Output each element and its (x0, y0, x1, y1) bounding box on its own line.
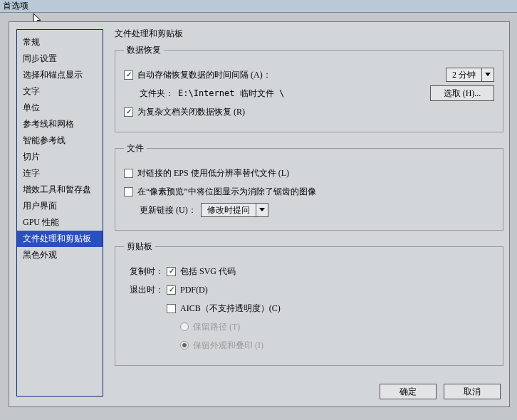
page-title: 文件处理和剪贴板 (115, 28, 503, 40)
sidebar-item-general[interactable]: 常规 (17, 34, 103, 51)
clipboard-legend: 剪贴板 (124, 241, 155, 253)
sidebar-item-units[interactable]: 单位 (17, 100, 103, 116)
auto-save-label: 自动存储恢复数据的时间间隔 (A)： (137, 69, 271, 81)
aicb-label: AICB（不支持透明度）(C) (180, 303, 281, 315)
sidebar-item-smart-guides[interactable]: 智能参考线 (17, 132, 103, 149)
dialog-footer: 确定 取消 (380, 384, 501, 399)
cancel-button[interactable]: 取消 (444, 384, 501, 399)
titlebar: 首选项 (0, 0, 517, 13)
sidebar-item-hyphenation[interactable]: 连字 (17, 165, 103, 182)
sidebar-item-ui[interactable]: 用户界面 (17, 198, 103, 214)
sidebar: 常规 同步设置 选择和锚点显示 文字 单位 参考线和网格 智能参考线 切片 连字… (16, 29, 103, 397)
pdf-checkbox[interactable] (167, 285, 176, 295)
auto-save-checkbox[interactable] (124, 70, 133, 80)
sidebar-item-sync[interactable]: 同步设置 (17, 51, 103, 67)
sidebar-item-type[interactable]: 文字 (17, 83, 103, 100)
interval-select[interactable]: 2 分钟 (446, 68, 494, 82)
keep-path-radio (180, 322, 189, 331)
pixel-preview-label: 在“像素预览”中将位图显示为消除了锯齿的图像 (137, 186, 316, 198)
complex-doc-checkbox[interactable] (124, 107, 133, 117)
sidebar-item-black-appearance[interactable]: 黑色外观 (17, 247, 103, 263)
pdf-label: PDF(D) (180, 285, 208, 295)
recovery-legend: 数据恢复 (124, 44, 164, 56)
choose-folder-button[interactable]: 选取 (H)... (430, 85, 494, 101)
update-links-value: 修改时提问 (202, 204, 256, 216)
folder-value: E:\Internet 临时文件 \ (178, 88, 284, 100)
update-links-label: 更新链接 (U)： (140, 204, 197, 216)
linked-eps-label: 对链接的 EPS 使用低分辨率替代文件 (L) (137, 167, 289, 179)
chevron-down-icon (482, 68, 494, 81)
copy-label: 复制时： (124, 266, 164, 278)
dialog-window: 常规 同步设置 选择和锚点显示 文字 单位 参考线和网格 智能参考线 切片 连字… (9, 21, 510, 407)
sidebar-item-guides-grid[interactable]: 参考线和网格 (17, 116, 103, 132)
include-svg-label: 包括 SVG 代码 (180, 266, 236, 278)
keep-appearance-radio (180, 341, 189, 350)
title-text: 首选项 (3, 1, 28, 11)
complex-doc-label: 为复杂文档关闭数据恢复 (R) (137, 106, 245, 118)
folder-label: 文件夹： (140, 88, 174, 100)
include-svg-checkbox[interactable] (167, 267, 176, 276)
content-pane: 文件处理和剪贴板 数据恢复 自动存储恢复数据的时间间隔 (A)： 2 分钟 文件… (115, 28, 503, 398)
sidebar-item-file-clipboard[interactable]: 文件处理和剪贴板 (17, 231, 103, 247)
quit-label: 退出时： (124, 284, 164, 296)
interval-value: 2 分钟 (446, 68, 482, 81)
files-group: 文件 对链接的 EPS 使用低分辨率替代文件 (L) 在“像素预览”中将位图显示… (115, 142, 503, 231)
sidebar-item-gpu[interactable]: GPU 性能 (17, 214, 103, 231)
update-links-select[interactable]: 修改时提问 (201, 203, 268, 217)
clipboard-group: 剪贴板 复制时： 包括 SVG 代码 退出时： PDF(D) AICB（不支持透… (115, 241, 503, 366)
sidebar-item-selection-anchor[interactable]: 选择和锚点显示 (17, 67, 103, 83)
pixel-preview-checkbox[interactable] (124, 187, 133, 196)
linked-eps-checkbox[interactable] (124, 169, 133, 178)
recovery-group: 数据恢复 自动存储恢复数据的时间间隔 (A)： 2 分钟 文件夹： E:\Int… (115, 44, 503, 132)
aicb-checkbox[interactable] (167, 304, 176, 313)
files-legend: 文件 (124, 142, 147, 154)
chevron-down-icon (256, 204, 268, 216)
sidebar-item-plugins-scratch[interactable]: 增效工具和暂存盘 (17, 182, 103, 198)
keep-path-label: 保留路径 (T) (193, 321, 240, 333)
keep-appearance-label: 保留外观和叠印 (I) (193, 340, 263, 352)
ok-button[interactable]: 确定 (380, 384, 437, 399)
sidebar-item-slices[interactable]: 切片 (17, 149, 103, 165)
